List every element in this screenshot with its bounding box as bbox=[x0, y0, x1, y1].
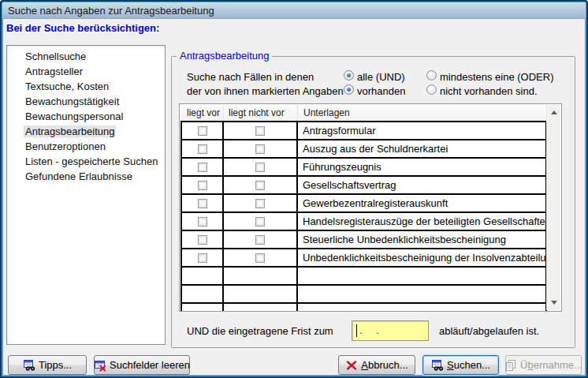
checkbox-liegt-nicht-vor[interactable] bbox=[255, 163, 265, 172]
dialog-window: Suche nach Angaben zur Antragsbearbeitun… bbox=[0, 0, 588, 378]
scroll-down-icon[interactable] bbox=[551, 301, 557, 305]
table-row: Auszug aus der Schuldnerkartei bbox=[182, 140, 545, 159]
table-row: Gesellschaftsvertrag bbox=[182, 177, 545, 195]
checkbox-liegt-nicht-vor[interactable] bbox=[255, 126, 265, 136]
table-scrollbar[interactable] bbox=[546, 105, 560, 310]
table-row: Gewerbezentralregisterauskunft bbox=[182, 195, 545, 213]
table-grid: Antragsformular Auszug aus der Schuldner… bbox=[180, 121, 547, 311]
frist-label-before: UND die eingetragene Frist zum bbox=[187, 325, 333, 337]
table-row-empty bbox=[182, 286, 545, 304]
checkbox-liegt-vor[interactable] bbox=[198, 144, 207, 154]
suchfelder-leeren-button[interactable]: Suchfelder leeren bbox=[94, 355, 190, 375]
checkbox-liegt-nicht-vor[interactable] bbox=[255, 199, 265, 208]
checkbox-liegt-nicht-vor[interactable] bbox=[255, 144, 265, 154]
checkbox-liegt-nicht-vor[interactable] bbox=[255, 253, 265, 263]
checkbox-liegt-vor[interactable] bbox=[198, 235, 207, 245]
radio-mindestens-eine-oder[interactable] bbox=[426, 70, 437, 80]
unterlagen-cell: Antragsformular bbox=[298, 122, 545, 139]
unterlagen-table: liegt vor liegt nicht vor Unterlagen Ant… bbox=[179, 103, 562, 312]
sidebar-item-textsuche-kosten[interactable]: Textsuche, Kosten bbox=[7, 79, 165, 94]
unterlagen-cell: Handelsregisterauszüge der beteiligten G… bbox=[298, 213, 545, 230]
criteria-row2-label: der von ihnen markierten Angaben bbox=[187, 85, 344, 97]
binoculars-form-icon bbox=[431, 359, 444, 372]
red-x-icon bbox=[345, 359, 358, 372]
clear-fields-icon bbox=[94, 359, 106, 372]
sidebar-item-antragsteller[interactable]: Antragsteller bbox=[7, 64, 165, 79]
radio-vorhanden[interactable] bbox=[344, 84, 354, 95]
scroll-up-icon[interactable] bbox=[551, 110, 557, 114]
unterlagen-cell: Führungszeugnis bbox=[298, 159, 545, 175]
checkbox-liegt-vor[interactable] bbox=[198, 253, 207, 263]
checkbox-liegt-nicht-vor[interactable] bbox=[255, 181, 265, 190]
radio-nicht-vorhanden[interactable] bbox=[426, 84, 437, 95]
button-label: Übernahme... bbox=[520, 359, 582, 371]
unterlagen-cell: Gesellschaftsvertrag bbox=[298, 177, 545, 193]
sidebar-item-bewachungstaetigkeit[interactable]: Bewachungstätigkeit bbox=[7, 94, 165, 109]
table-header: liegt vor liegt nicht vor Unterlagen bbox=[180, 105, 546, 121]
column-header-liegt-vor: liegt vor bbox=[180, 105, 224, 121]
frist-date-input[interactable]: . . bbox=[352, 320, 429, 341]
sidebar-item-bewachungspersonal[interactable]: Bewachungspersonal bbox=[7, 109, 165, 124]
sidebar-item-listen-gespeicherte-suchen[interactable]: Listen - gespeicherte Suchen bbox=[7, 154, 165, 169]
radio-alle-und-label: alle (UND) bbox=[357, 71, 405, 83]
radio-mindestens-eine-oder-label: mindestens eine (ODER) bbox=[440, 71, 554, 83]
checkbox-liegt-vor[interactable] bbox=[198, 199, 207, 208]
groupbox-legend: Antragsbearbeitung bbox=[177, 50, 272, 62]
table-row: Unbedenklichkeitsbescheinigung der Insol… bbox=[182, 249, 545, 268]
sidebar-item-benutzeroptionen[interactable]: Benutzeroptionen bbox=[7, 139, 165, 154]
radio-nicht-vorhanden-label: nicht vorhanden sind. bbox=[440, 85, 538, 97]
category-listbox[interactable]: Schnellsuche Antragsteller Textsuche, Ko… bbox=[6, 45, 166, 345]
unterlagen-cell: Unbedenklichkeitsbescheinigung der Insol… bbox=[298, 249, 545, 266]
table-row-empty bbox=[182, 304, 545, 311]
button-label: Suchfelder leeren bbox=[110, 359, 190, 371]
unterlagen-cell: Auszug aus der Schuldnerkartei bbox=[298, 140, 545, 157]
suchen-button[interactable]: Suchen... bbox=[422, 355, 499, 375]
titlebar[interactable]: Suche nach Angaben zur Antragsbearbeitun… bbox=[2, 2, 586, 19]
table-row: Handelsregisterauszüge der beteiligten G… bbox=[182, 213, 545, 231]
table-row-empty bbox=[182, 268, 545, 286]
checkbox-liegt-vor[interactable] bbox=[198, 217, 207, 226]
tipps-button[interactable]: Tipps... bbox=[8, 355, 87, 375]
checkbox-liegt-vor[interactable] bbox=[198, 181, 207, 190]
button-label: Tipps... bbox=[39, 359, 72, 371]
column-header-unterlagen: Unterlagen bbox=[298, 105, 546, 121]
checkbox-liegt-nicht-vor[interactable] bbox=[255, 217, 265, 226]
table-row: Führungszeugnis bbox=[182, 159, 545, 177]
table-row: Steuerliche Unbedenklichkeitsbescheinigu… bbox=[182, 231, 545, 249]
sidebar-item-antragsbearbeitung[interactable]: Antragsbearbeitung bbox=[7, 124, 165, 139]
checkbox-liegt-vor[interactable] bbox=[198, 126, 207, 136]
unterlagen-cell: Steuerliche Unbedenklichkeitsbescheinigu… bbox=[298, 231, 545, 248]
column-header-liegt-nicht-vor: liegt nicht vor bbox=[224, 105, 298, 121]
criteria-row1-label: Suche nach Fällen in denen bbox=[187, 71, 314, 83]
window-title: Suche nach Angaben zur Antragsbearbeitun… bbox=[8, 5, 214, 17]
sidebar-item-schnellsuche[interactable]: Schnellsuche bbox=[7, 49, 165, 64]
text-cursor bbox=[356, 324, 357, 337]
unterlagen-cell: Gewerbezentralregisterauskunft bbox=[298, 195, 545, 211]
frist-label-after: abläuft/abgelaufen ist. bbox=[439, 325, 539, 337]
instruction-label: Bei der Suche berücksichtigen: bbox=[6, 22, 159, 34]
checkbox-liegt-vor[interactable] bbox=[198, 163, 207, 172]
checkbox-liegt-nicht-vor[interactable] bbox=[255, 235, 265, 245]
button-label: Suchen... bbox=[447, 359, 490, 371]
abbruch-button[interactable]: Abbruch... bbox=[338, 355, 415, 375]
button-label: Abbruch... bbox=[361, 359, 408, 371]
uebernahme-button[interactable]: Übernahme... bbox=[505, 355, 582, 375]
binoculars-form-icon bbox=[23, 359, 35, 372]
radio-vorhanden-label: vorhanden bbox=[357, 85, 405, 97]
frist-date-value: . . bbox=[359, 321, 385, 340]
sidebar-item-gefundene-erlaubnisse[interactable]: Gefundene Erlaubnisse bbox=[7, 169, 165, 184]
table-row: Antragsformular bbox=[182, 122, 545, 140]
radio-alle-und[interactable] bbox=[344, 70, 354, 80]
copy-icon bbox=[504, 359, 517, 372]
